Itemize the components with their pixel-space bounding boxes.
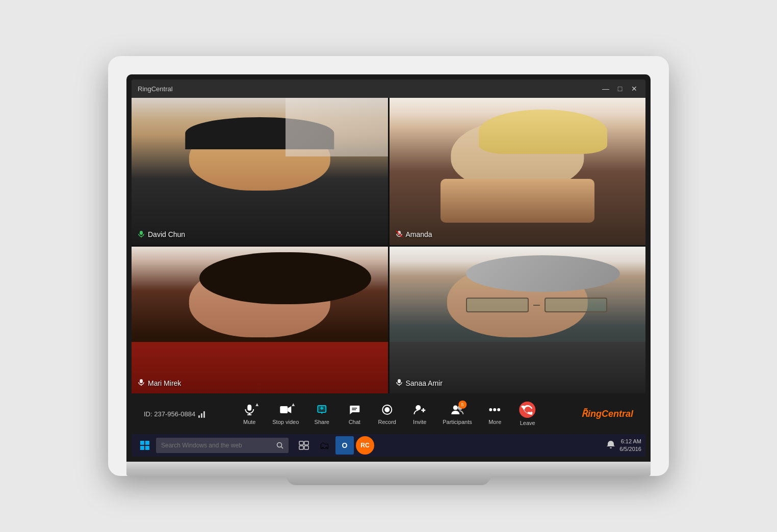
close-button[interactable]: ✕ [629,84,639,94]
participant-label-mari: Mari Mirek [138,379,181,387]
svg-rect-0 [140,231,143,235]
participant-label-amanda: Amanda [396,230,432,239]
svg-rect-8 [247,405,251,411]
svg-rect-33 [299,441,303,445]
svg-point-31 [277,443,282,447]
stop-video-icon-wrap: ▲ [278,403,293,417]
more-icon [488,403,502,417]
video-cell-mari-mirek: Mari Mirek [132,247,388,394]
chat-label: Chat [349,419,360,425]
signal-strength [198,410,205,418]
signal-bar-3 [203,411,205,418]
windows-start-button[interactable] [136,436,154,455]
leave-icon [520,402,536,418]
participants-badge: 5 [458,401,467,409]
svg-rect-34 [304,441,308,445]
mic-icon-mari [138,379,145,387]
participant-label-sanaa: Sanaa Amir [396,379,443,387]
participant-name-amanda: Amanda [406,230,432,238]
leave-label: Leave [520,420,535,426]
task-view-button[interactable] [295,436,313,455]
share-button[interactable]: Share [307,400,336,428]
mute-label: Mute [243,419,255,425]
ring-text: R̃ing [581,409,602,419]
participant-label-david: David Chun [138,230,185,239]
svg-point-22 [453,406,457,410]
invite-label: Invite [413,419,426,425]
svg-rect-11 [280,406,288,413]
laptop-base [126,462,651,476]
more-button[interactable]: More [480,400,510,428]
svg-line-32 [281,447,283,449]
record-icon [380,403,394,417]
participants-icon-wrap: 5 [450,403,464,417]
ringcentral-app[interactable]: RC [356,436,374,455]
svg-rect-29 [140,446,144,450]
mic-muted-icon [396,230,403,239]
svg-rect-35 [299,446,303,449]
window-title: RingCentral [138,85,173,93]
signal-bar-2 [201,413,202,418]
record-button[interactable]: Record [372,400,402,428]
window-controls: — □ ✕ [601,84,639,94]
svg-rect-30 [145,446,149,450]
taskbar-clock: 6:12 AM 6/5/2016 [619,438,641,454]
stop-video-button[interactable]: ▲ Stop video [267,400,304,428]
chat-icon [347,403,361,417]
svg-point-25 [494,408,497,411]
participant-name-sanaa: Sanaa Amir [406,379,443,387]
clock-date: 6/5/2016 [619,445,641,453]
notification-center-button[interactable] [606,440,615,451]
search-icon [276,442,283,449]
brand-logo: R̃ingCentral [581,408,633,419]
control-bar: ID: 237-956-0884 [132,393,645,434]
app-window: RingCentral — □ ✕ [132,79,645,457]
svg-point-24 [489,408,493,411]
more-label: More [488,419,501,425]
invite-icon [412,403,427,417]
windows-search-bar[interactable] [156,438,289,453]
file-explorer-app[interactable]: 🗂 [315,436,333,455]
outlook-app[interactable]: O [335,436,354,455]
central-text: Central [602,409,633,419]
mute-button[interactable]: ▲ Mute [235,400,264,428]
title-bar: RingCentral — □ ✕ [132,79,645,98]
svg-point-19 [416,405,421,410]
video-grid: David Chun [132,98,645,393]
share-icon [315,403,329,417]
participants-button[interactable]: 5 Participants [437,400,477,428]
taskbar-apps: 🗂 O RC [295,436,374,455]
participant-name-mari: Mari Mirek [148,379,181,387]
invite-button[interactable]: Invite [405,400,434,428]
controls-center: ▲ Mute ▲ [235,398,542,429]
search-input[interactable] [161,442,272,449]
svg-rect-28 [145,441,149,445]
taskbar-right: 6:12 AM 6/5/2016 [606,438,641,454]
laptop-outer: RingCentral — □ ✕ [108,56,669,476]
svg-rect-36 [304,446,308,449]
participants-label: Participants [443,419,472,425]
participant-name-david: David Chun [148,230,185,238]
chat-button[interactable]: Chat [340,400,369,428]
svg-point-26 [498,408,501,411]
svg-rect-6 [398,379,401,383]
video-cell-david-chun: David Chun [132,98,388,245]
maximize-button[interactable]: □ [615,84,625,94]
meeting-id: ID: 237-956-0884 [144,410,205,418]
video-cell-amanda: Amanda [390,98,646,245]
record-label: Record [378,419,396,425]
signal-bar-1 [198,415,200,418]
minimize-button[interactable]: — [601,84,611,94]
taskbar: 🗂 O RC 6:12 AM 6/5/2016 [132,434,645,457]
mic-icon-sanaa [396,379,403,387]
leave-button[interactable]: Leave [513,398,542,429]
mute-icon-wrap: ▲ [242,403,256,417]
screen-bezel: RingCentral — □ ✕ [126,74,651,462]
svg-rect-27 [140,441,144,445]
svg-point-18 [384,407,390,412]
mic-active-icon [138,230,145,239]
meeting-id-text: ID: 237-956-0884 [144,410,195,418]
clock-time: 6:12 AM [619,438,641,445]
share-label: Share [315,419,329,425]
svg-rect-4 [140,379,143,383]
